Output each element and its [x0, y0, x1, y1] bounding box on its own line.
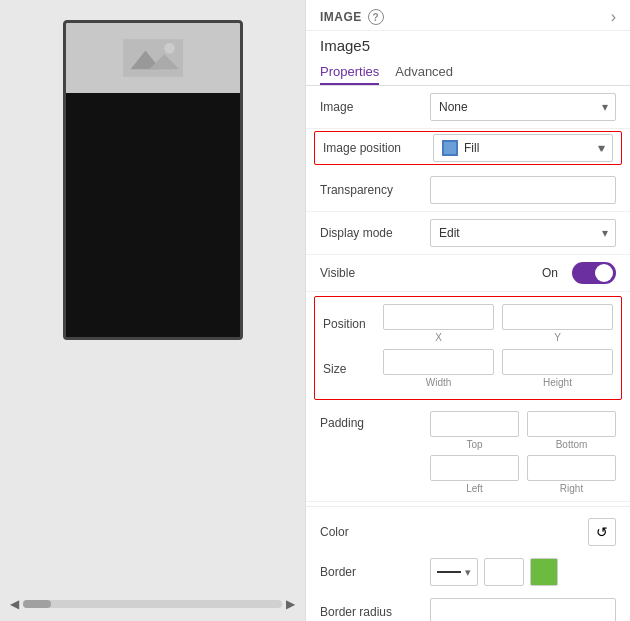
border-width-input[interactable]: 0	[484, 558, 524, 586]
help-icon[interactable]: ?	[368, 9, 384, 25]
image-row: Image None	[306, 86, 630, 129]
size-row: Size 605 Width 127 Height	[323, 346, 613, 391]
image-position-select[interactable]: Fill ▾	[433, 134, 613, 162]
image-position-chevron-icon: ▾	[598, 141, 604, 155]
border-radius-input[interactable]: 0	[430, 598, 616, 621]
border-style-chevron-icon: ▾	[465, 566, 471, 579]
tab-properties[interactable]: Properties	[320, 58, 379, 85]
padding-right-input[interactable]: 0	[527, 455, 616, 481]
image-position-row: Image position Fill ▾	[323, 134, 613, 162]
transparency-label: Transparency	[320, 183, 430, 197]
right-panel: IMAGE ? › Image5 Properties Advanced Ima…	[305, 0, 630, 621]
position-x-group: 16 X	[383, 304, 494, 343]
visible-row: Visible On	[306, 255, 630, 292]
panel-title: Image5	[306, 31, 630, 56]
position-x-label: X	[435, 332, 442, 343]
padding-bottom-input[interactable]: 0	[527, 411, 616, 437]
image-select[interactable]: None	[430, 93, 616, 121]
position-y-label: Y	[554, 332, 561, 343]
padding-label: Padding	[320, 411, 430, 430]
image-position-select-wrapper: Fill ▾	[433, 134, 613, 162]
padding-bottom-label: Bottom	[556, 439, 588, 450]
scroll-arrow-left-icon[interactable]: ◀	[10, 597, 19, 611]
image-label: Image	[320, 100, 430, 114]
size-label: Size	[323, 362, 383, 376]
collapse-icon[interactable]: ›	[611, 8, 616, 26]
position-y-group: 22 Y	[502, 304, 613, 343]
padding-controls: 0 Top 0 Bottom 0 Left 0 Right	[430, 411, 616, 494]
panel-header-left: IMAGE ?	[320, 9, 384, 25]
padding-top-label: Top	[466, 439, 482, 450]
transparency-row: Transparency 0	[306, 169, 630, 212]
padding-left-right: 0 Left 0 Right	[430, 455, 616, 494]
image-select-wrapper: None	[430, 93, 616, 121]
tab-advanced[interactable]: Advanced	[395, 58, 453, 85]
padding-right-group: 0 Right	[527, 455, 616, 494]
divider-1	[306, 506, 630, 507]
position-x-input[interactable]: 16	[383, 304, 494, 330]
padding-top-input[interactable]: 0	[430, 411, 519, 437]
display-mode-select-wrapper: Edit	[430, 219, 616, 247]
size-width-group: 605 Width	[383, 349, 494, 388]
display-mode-row: Display mode Edit	[306, 212, 630, 255]
position-row: Position 16 X 22 Y	[323, 301, 613, 346]
border-controls: ▾ 0	[430, 558, 616, 586]
color-row: Color ↺	[306, 511, 630, 553]
size-width-label: Width	[426, 377, 452, 388]
border-radius-row: Border radius 0	[306, 591, 630, 621]
padding-top-bottom: 0 Top 0 Bottom	[430, 411, 616, 450]
svg-rect-5	[444, 142, 456, 154]
position-label: Position	[323, 317, 383, 331]
padding-left-label: Left	[466, 483, 483, 494]
size-height-label: Height	[543, 377, 572, 388]
size-width-input[interactable]: 605	[383, 349, 494, 375]
padding-top-group: 0 Top	[430, 411, 519, 450]
transparency-input[interactable]: 0	[430, 176, 616, 204]
canvas-area: ◀ ▶	[0, 0, 305, 621]
transparency-control: 0	[430, 176, 616, 204]
image-control: None	[430, 93, 616, 121]
image-placeholder	[66, 23, 240, 93]
size-height-input[interactable]: 127	[502, 349, 613, 375]
padding-left-group: 0 Left	[430, 455, 519, 494]
size-height-group: 127 Height	[502, 349, 613, 388]
border-row: Border ▾ 0	[306, 553, 630, 591]
border-color-swatch[interactable]	[530, 558, 558, 586]
display-mode-label: Display mode	[320, 226, 430, 240]
scroll-arrow-right-icon[interactable]: ▶	[286, 597, 295, 611]
color-refresh-button[interactable]: ↺	[588, 518, 616, 546]
section-label: IMAGE	[320, 10, 362, 24]
visible-on-label: On	[542, 266, 558, 280]
padding-bottom-group: 0 Bottom	[527, 411, 616, 450]
tabs-container: Properties Advanced	[306, 58, 630, 86]
display-mode-select[interactable]: Edit	[430, 219, 616, 247]
svg-rect-0	[123, 39, 183, 77]
image-position-highlighted: Image position Fill ▾	[314, 131, 622, 165]
phone-frame	[63, 20, 243, 340]
padding-left-input[interactable]: 0	[430, 455, 519, 481]
fill-icon	[442, 140, 458, 156]
display-mode-control: Edit	[430, 219, 616, 247]
padding-section: Padding 0 Top 0 Bottom 0 Left	[306, 404, 630, 502]
image-position-value: Fill	[464, 141, 592, 155]
color-label: Color	[320, 525, 430, 539]
image-position-label: Image position	[323, 141, 433, 155]
border-radius-label: Border radius	[320, 605, 430, 619]
border-label: Border	[320, 565, 430, 579]
position-y-input[interactable]: 22	[502, 304, 613, 330]
visible-label: Visible	[320, 266, 430, 280]
position-size-group: Position 16 X 22 Y Size 605	[314, 296, 622, 400]
phone-black-area	[66, 93, 240, 340]
mountain-icon	[123, 38, 183, 78]
panel-header: IMAGE ? ›	[306, 0, 630, 31]
svg-point-3	[164, 43, 175, 54]
size-inputs: 605 Width 127 Height	[383, 349, 613, 388]
position-inputs: 16 X 22 Y	[383, 304, 613, 343]
border-style-select[interactable]: ▾	[430, 558, 478, 586]
border-radius-control: 0	[430, 598, 616, 621]
border-line-icon	[437, 571, 461, 573]
fill-icon-svg	[443, 141, 457, 155]
padding-right-label: Right	[560, 483, 583, 494]
visible-control: On	[430, 262, 616, 284]
visible-toggle[interactable]	[572, 262, 616, 284]
